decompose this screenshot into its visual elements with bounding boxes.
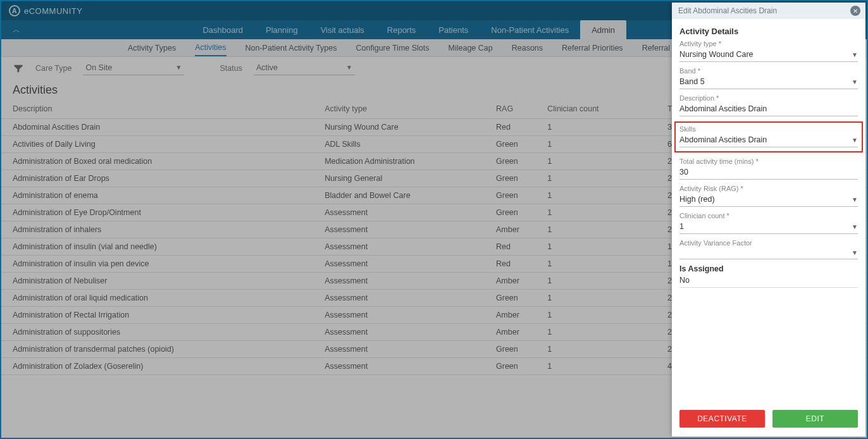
field-description: Description * Abdominal Ascities Drain [679, 94, 858, 116]
chevron-down-icon: ▼ [852, 223, 858, 230]
panel-header: Edit Abdominal Ascities Drain ✕ [672, 3, 865, 19]
rag-select[interactable]: High (red)▼ [679, 194, 858, 207]
band-value: Band 5 [679, 77, 705, 86]
field-band: Band * Band 5▼ [679, 67, 858, 89]
clin-value: 1 [679, 222, 684, 231]
panel-title: Edit Abdominal Ascities Drain [678, 6, 777, 15]
activity-type-select[interactable]: Nursing Wound Care▼ [679, 49, 858, 62]
deactivate-button[interactable]: DEACTIVATE [679, 410, 765, 428]
description-value: Abdominal Ascities Drain [679, 104, 767, 113]
panel-footer: DEACTIVATE EDIT [672, 404, 865, 436]
chevron-down-icon: ▼ [852, 196, 858, 203]
clin-select[interactable]: 1▼ [679, 221, 858, 234]
chevron-down-icon: ▼ [852, 137, 858, 144]
total-time-label: Total activity time (mins) * [679, 158, 858, 165]
variance-select[interactable]: ▼ [679, 248, 858, 259]
field-clinician-count: Clinician count * 1▼ [679, 212, 858, 234]
is-assigned-label: Is Assigned [679, 264, 858, 273]
total-time-value: 30 [679, 168, 688, 176]
activity-type-value: Nursing Wound Care [679, 50, 753, 59]
band-label: Band * [679, 67, 858, 75]
band-select[interactable]: Band 5▼ [679, 76, 858, 89]
field-activity-type: Activity type * Nursing Wound Care▼ [679, 40, 858, 62]
activity-type-label: Activity type * [679, 40, 858, 47]
edit-button[interactable]: EDIT [772, 410, 858, 428]
field-variance: Activity Variance Factor ▼ [679, 239, 858, 259]
rag-label: Activity Risk (RAG) * [679, 185, 858, 192]
chevron-down-icon: ▼ [852, 51, 858, 58]
skills-value: Abdominal Ascities Drain [679, 135, 767, 144]
total-time-input[interactable]: 30 [679, 166, 858, 180]
description-input[interactable]: Abdominal Ascities Drain [679, 103, 858, 116]
skills-label: Skills [679, 125, 858, 133]
variance-label: Activity Variance Factor [679, 239, 858, 247]
field-total-time: Total activity time (mins) * 30 [679, 158, 858, 180]
rag-value: High (red) [679, 195, 715, 204]
close-icon[interactable]: ✕ [850, 6, 860, 16]
clin-label: Clinician count * [679, 212, 858, 220]
field-rag: Activity Risk (RAG) * High (red)▼ [679, 185, 858, 207]
skills-select[interactable]: Abdominal Ascities Drain▼ [679, 134, 858, 147]
is-assigned-value: No [679, 273, 858, 288]
section-title: Activity Details [679, 27, 858, 36]
chevron-down-icon: ▼ [852, 249, 858, 256]
description-label: Description * [679, 94, 858, 102]
edit-panel: Edit Abdominal Ascities Drain ✕ Activity… [672, 3, 865, 436]
chevron-down-icon: ▼ [852, 78, 858, 85]
field-skills: Skills Abdominal Ascities Drain▼ [674, 121, 863, 152]
